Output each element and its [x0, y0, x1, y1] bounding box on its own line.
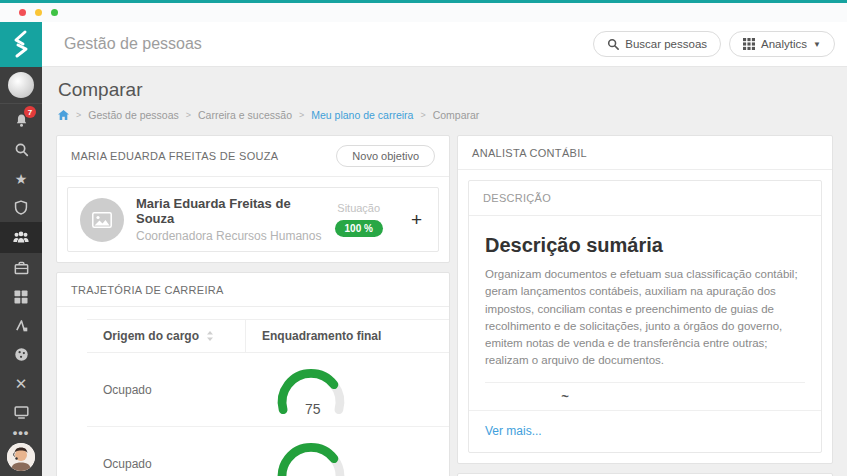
- app-title: Gestão de pessoas: [64, 35, 202, 53]
- grid-icon: [743, 38, 755, 50]
- person-panel: MARIA EDUARDA FREITAS DE SOUZA Novo obje…: [56, 135, 450, 263]
- sidebar-item-desktop[interactable]: [0, 398, 42, 427]
- breadcrumb-separator: >: [76, 110, 81, 120]
- sidebar-item-customization[interactable]: [0, 340, 42, 369]
- sidebar-item-logistics[interactable]: [0, 311, 42, 340]
- close-window-button[interactable]: [19, 9, 26, 16]
- sidebar-item-people-management[interactable]: [0, 222, 42, 253]
- sidebar-item-jobs[interactable]: [0, 253, 42, 282]
- situation-label: Situação: [335, 202, 383, 214]
- gauge-value: 75: [305, 400, 321, 416]
- breadcrumb-separator: >: [186, 110, 191, 120]
- star-icon: ★: [15, 172, 28, 186]
- breadcrumb-separator: >: [420, 110, 425, 120]
- breadcrumb-item-comparar[interactable]: Comparar: [433, 109, 480, 121]
- sidebar-item-favorites[interactable]: ★: [0, 164, 42, 193]
- analytics-button[interactable]: Analytics ▼: [729, 31, 835, 57]
- breadcrumb-item-meu-plano[interactable]: Meu plano de carreira: [311, 109, 413, 121]
- row-origin: Ocupado: [87, 383, 245, 397]
- person-role: Coordenadora Recursos Humanos: [136, 229, 323, 243]
- description-card: DESCRIÇÃO Descrição sumária Organizam do…: [468, 180, 822, 453]
- new-objective-button[interactable]: Novo objetivo: [336, 145, 435, 167]
- search-icon: [14, 142, 29, 157]
- breadcrumb: > Gestão de pessoas > Carreira e sucessã…: [58, 109, 833, 121]
- row-origin: Ocupado: [87, 457, 245, 471]
- situation-badge: 100 %: [335, 220, 383, 237]
- description-section-title: DESCRIÇÃO: [469, 181, 821, 216]
- x-icon: ✕: [15, 376, 28, 391]
- column-origin: Origem do cargo: [103, 329, 199, 343]
- palette-icon: [14, 347, 29, 362]
- sort-icon[interactable]: [206, 331, 214, 341]
- breadcrumb-item-gestao[interactable]: Gestão de pessoas: [88, 109, 178, 121]
- grid-squares-icon: [14, 290, 28, 304]
- forklift-icon: [14, 319, 29, 333]
- chevron-down-icon: ▼: [813, 40, 821, 49]
- maximize-window-button[interactable]: [51, 9, 58, 16]
- person-card[interactable]: Maria Eduarda Freitas de Souza Coordenad…: [67, 187, 439, 252]
- image-icon: [92, 212, 112, 228]
- role-panel: ANALISTA CONTÁBIL DESCRIÇÃO Descrição su…: [457, 135, 833, 464]
- gauge-chart: 75: [245, 362, 449, 418]
- main-content: Comparar > Gestão de pessoas > Carreira …: [42, 67, 847, 476]
- shield-icon: [14, 200, 28, 215]
- gauge-chart: 75: [245, 436, 449, 476]
- career-table-header: Origem do cargo Enquadramento final: [87, 319, 449, 353]
- humana-panel: HUMANA Legenda ▼ ESPÍRITO DE EQUI: [457, 473, 833, 476]
- role-panel-title: ANALISTA CONTÁBIL: [472, 147, 587, 159]
- monitor-icon: [14, 406, 29, 419]
- user-avatar[interactable]: [7, 443, 35, 471]
- app-header: Gestão de pessoas Buscar pessoas Analyti…: [0, 22, 847, 67]
- briefcase-icon: [14, 261, 29, 275]
- sidebar-item-apps[interactable]: [0, 282, 42, 311]
- page-title: Comparar: [58, 79, 833, 101]
- minimize-window-button[interactable]: [35, 9, 42, 16]
- description-separator-row: ~: [485, 382, 805, 410]
- home-icon[interactable]: [58, 110, 69, 120]
- career-trajectory-panel: TRAJETÓRIA DE CARREIRA Origem do cargo: [56, 272, 450, 476]
- people-group-icon: [12, 230, 30, 245]
- company-avatar[interactable]: [8, 72, 34, 98]
- table-row: Ocupado 75: [87, 427, 449, 476]
- table-row: Ocupado 75: [87, 353, 449, 427]
- sidebar-divider: [0, 103, 42, 104]
- sidebar-item-security[interactable]: [0, 193, 42, 222]
- person-avatar-placeholder: [80, 198, 124, 242]
- search-icon: [607, 38, 619, 50]
- senior-s-icon: [9, 29, 33, 59]
- breadcrumb-item-carreira[interactable]: Carreira e sucessão: [198, 109, 292, 121]
- add-button[interactable]: +: [399, 209, 426, 231]
- description-heading: Descrição sumária: [485, 234, 805, 257]
- sidebar-item-platform-x[interactable]: ✕: [0, 369, 42, 398]
- sidebar-item-notifications[interactable]: 7: [0, 106, 42, 135]
- brand-logo[interactable]: [0, 22, 42, 67]
- career-trajectory-title: TRAJETÓRIA DE CARREIRA: [71, 284, 224, 296]
- column-final: Enquadramento final: [245, 320, 449, 352]
- career-table: Origem do cargo Enquadramento final Ocup…: [87, 319, 449, 476]
- person-panel-title: MARIA EDUARDA FREITAS DE SOUZA: [71, 150, 278, 162]
- breadcrumb-separator: >: [299, 110, 304, 120]
- browser-titlebar: [0, 3, 847, 22]
- notification-badge: 7: [24, 106, 36, 118]
- more-options-icon[interactable]: •••: [13, 429, 30, 437]
- sidebar-item-search[interactable]: [0, 135, 42, 164]
- sidebar: 7 ★: [0, 67, 42, 476]
- see-more-link[interactable]: Ver mais...: [485, 424, 542, 438]
- person-name: Maria Eduarda Freitas de Souza: [136, 196, 323, 226]
- user-photo-icon: [7, 443, 35, 471]
- search-people-button[interactable]: Buscar pessoas: [593, 31, 721, 57]
- description-text: Organizam documentos e efetuam sua class…: [485, 266, 805, 370]
- tilde-separator: ~: [485, 389, 645, 404]
